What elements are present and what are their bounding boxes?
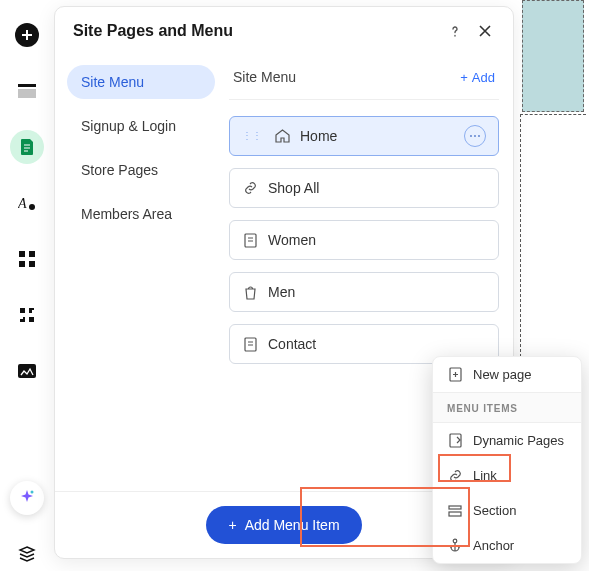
popup-new-page[interactable]: New page bbox=[433, 357, 581, 392]
menu-item-shop-all[interactable]: Shop All bbox=[229, 168, 499, 208]
main-heading: Site Menu bbox=[233, 69, 460, 85]
layers-icon[interactable] bbox=[10, 537, 44, 571]
side-nav-members-area[interactable]: Members Area bbox=[67, 197, 215, 231]
svg-point-4 bbox=[29, 204, 35, 210]
left-toolbar: A bbox=[0, 0, 54, 571]
svg-point-17 bbox=[453, 539, 457, 543]
svg-text:A: A bbox=[18, 196, 27, 211]
page-icon bbox=[242, 337, 258, 352]
menu-item-label: Women bbox=[268, 232, 316, 248]
svg-rect-15 bbox=[449, 506, 461, 509]
page-icon bbox=[242, 233, 258, 248]
side-nav: Site Menu Signup & Login Store Pages Mem… bbox=[55, 55, 225, 491]
design-icon[interactable]: A bbox=[10, 186, 44, 220]
media-icon[interactable] bbox=[10, 354, 44, 388]
side-nav-signup-login[interactable]: Signup & Login bbox=[67, 109, 215, 143]
link-icon bbox=[242, 181, 258, 195]
popup-link[interactable]: Link bbox=[433, 458, 581, 493]
svg-rect-1 bbox=[18, 84, 36, 87]
add-label: Add bbox=[472, 70, 495, 85]
drag-handle-icon[interactable]: ⋮⋮ bbox=[242, 133, 262, 139]
svg-rect-9 bbox=[18, 364, 36, 378]
link-icon bbox=[447, 469, 463, 483]
popup-label: New page bbox=[473, 367, 532, 382]
add-menu-popup: New page MENU ITEMS Dynamic Pages Link S… bbox=[432, 356, 582, 564]
main-heading-row: Site Menu + Add bbox=[229, 65, 499, 100]
section-icon bbox=[447, 505, 463, 517]
new-page-icon bbox=[447, 367, 463, 382]
menu-item-label: Home bbox=[300, 128, 337, 144]
svg-rect-7 bbox=[19, 261, 25, 267]
svg-point-10 bbox=[31, 491, 34, 494]
menu-item-home[interactable]: ⋮⋮ Home ⋯ bbox=[229, 116, 499, 156]
pages-menu-icon[interactable] bbox=[10, 130, 44, 164]
bag-icon bbox=[242, 285, 258, 300]
dynamic-pages-icon bbox=[447, 433, 463, 448]
button-label: Add Menu Item bbox=[245, 517, 340, 533]
side-nav-site-menu[interactable]: Site Menu bbox=[67, 65, 215, 99]
menu-items-list: ⋮⋮ Home ⋯ Shop All bbox=[229, 116, 499, 364]
popup-dynamic-pages[interactable]: Dynamic Pages bbox=[433, 423, 581, 458]
menu-item-label: Shop All bbox=[268, 180, 319, 196]
popup-label: Section bbox=[473, 503, 516, 518]
panel-header: Site Pages and Menu bbox=[55, 7, 513, 55]
svg-rect-16 bbox=[449, 512, 461, 516]
svg-rect-8 bbox=[29, 261, 35, 267]
menu-item-men[interactable]: Men bbox=[229, 272, 499, 312]
panel-title: Site Pages and Menu bbox=[73, 22, 435, 40]
home-icon bbox=[274, 129, 290, 143]
popup-section[interactable]: Section bbox=[433, 493, 581, 528]
add-circle-icon[interactable] bbox=[10, 18, 44, 52]
popup-label: Link bbox=[473, 468, 497, 483]
popup-section-header: MENU ITEMS bbox=[433, 392, 581, 423]
menu-item-label: Contact bbox=[268, 336, 316, 352]
side-nav-store-pages[interactable]: Store Pages bbox=[67, 153, 215, 187]
more-options-icon[interactable]: ⋯ bbox=[464, 125, 486, 147]
menu-item-women[interactable]: Women bbox=[229, 220, 499, 260]
svg-rect-2 bbox=[18, 89, 36, 98]
svg-rect-6 bbox=[29, 251, 35, 257]
plugins-icon[interactable] bbox=[10, 298, 44, 332]
popup-label: Anchor bbox=[473, 538, 514, 553]
add-page-link[interactable]: + Add bbox=[460, 70, 495, 85]
plus-icon: + bbox=[460, 70, 468, 85]
anchor-icon bbox=[447, 538, 463, 553]
help-icon[interactable] bbox=[445, 21, 465, 41]
add-menu-item-button[interactable]: + Add Menu Item bbox=[206, 506, 361, 544]
close-icon[interactable] bbox=[475, 21, 495, 41]
menu-item-label: Men bbox=[268, 284, 295, 300]
canvas-selected-block bbox=[522, 0, 584, 112]
svg-rect-5 bbox=[19, 251, 25, 257]
plus-icon: + bbox=[228, 517, 236, 533]
layout-icon[interactable] bbox=[10, 74, 44, 108]
ai-sparkle-icon[interactable] bbox=[10, 481, 44, 515]
popup-anchor[interactable]: Anchor bbox=[433, 528, 581, 563]
apps-icon[interactable] bbox=[10, 242, 44, 276]
popup-label: Dynamic Pages bbox=[473, 433, 564, 448]
